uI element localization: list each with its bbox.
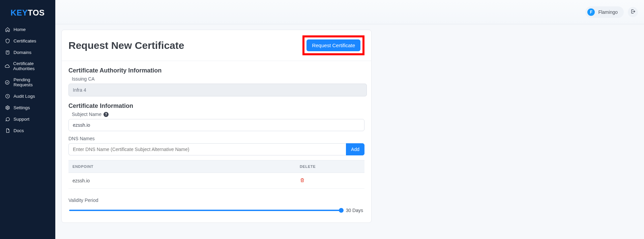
chat-icon — [5, 116, 10, 122]
sidebar-item-home[interactable]: Home — [0, 24, 55, 35]
logout-button[interactable] — [628, 7, 638, 17]
check-circle-icon — [5, 80, 10, 85]
logout-icon — [630, 9, 636, 16]
page-title: Request New Certificate — [68, 40, 184, 51]
dns-table: ENDPOINT DELETE ezssh.io — [68, 160, 364, 189]
sidebar-item-label: Settings — [13, 105, 30, 110]
sidebar-item-domains[interactable]: Domains — [0, 47, 55, 58]
main-column: F Flamingo Request New Certificate Reque… — [55, 0, 644, 239]
card-header: Request New Certificate Request Certific… — [62, 30, 371, 61]
dns-input[interactable] — [68, 143, 346, 155]
help-icon[interactable]: ? — [104, 112, 109, 117]
topbar: F Flamingo — [55, 0, 644, 24]
dns-label: DNS Names — [68, 136, 364, 141]
sidebar-item-cas[interactable]: Certificate Authorities — [0, 58, 55, 74]
request-button-highlight: Request Certificate — [302, 35, 364, 55]
brand-logo: KEYTOS — [0, 4, 55, 24]
svg-rect-1 — [7, 52, 8, 52]
sidebar-item-label: Home — [13, 27, 26, 32]
brand-right: TOS — [28, 8, 45, 18]
doc-icon — [5, 128, 10, 133]
content-area: Request New Certificate Request Certific… — [55, 24, 644, 230]
clock-icon — [5, 93, 10, 99]
svg-point-2 — [5, 80, 9, 84]
user-chip[interactable]: F Flamingo — [585, 6, 624, 18]
card-body: Certificate Authority Information Issuin… — [62, 61, 371, 222]
sidebar-item-support[interactable]: Support — [0, 113, 55, 125]
svg-rect-0 — [6, 51, 9, 54]
subject-label: Subject Name — [72, 112, 101, 117]
ca-section-title: Certificate Authority Information — [68, 67, 364, 74]
validity-label: Validity Period — [68, 198, 364, 203]
trash-icon — [300, 179, 305, 184]
issuing-ca-field — [68, 84, 367, 96]
domain-icon — [5, 50, 10, 55]
sidebar-item-label: Certificate Authorities — [13, 61, 51, 71]
td-endpoint: ezssh.io — [72, 178, 300, 183]
brand-left: KEY — [10, 8, 28, 18]
sidebar-item-label: Certificates — [13, 38, 36, 43]
validity-section: Validity Period 30 Days — [68, 198, 364, 213]
sidebar-item-audit-logs[interactable]: Audit Logs — [0, 90, 55, 102]
sidebar-item-label: Docs — [13, 128, 24, 133]
table-row: ezssh.io — [68, 173, 364, 189]
dns-input-row: Add — [68, 143, 364, 155]
th-delete: DELETE — [300, 165, 360, 169]
sidebar-item-certificates[interactable]: Certificates — [0, 35, 55, 47]
validity-slider[interactable] — [69, 210, 341, 211]
sidebar-nav: Home Certificates Domains Certificate Au… — [0, 24, 55, 136]
sidebar-item-settings[interactable]: Settings — [0, 102, 55, 113]
issuing-ca-label: Issuing CA — [72, 76, 364, 82]
table-head: ENDPOINT DELETE — [68, 160, 364, 173]
home-icon — [5, 27, 10, 32]
request-certificate-button[interactable]: Request Certificate — [306, 39, 360, 51]
th-endpoint: ENDPOINT — [72, 165, 300, 169]
sidebar-item-label: Pending Requests — [13, 77, 51, 87]
avatar: F — [587, 8, 595, 16]
add-dns-button[interactable]: Add — [346, 143, 364, 155]
validity-slider-wrap: 30 Days — [68, 208, 364, 213]
cloud-icon — [5, 63, 10, 69]
user-name: Flamingo — [598, 9, 618, 15]
delete-row-button[interactable] — [300, 178, 305, 184]
validity-value: 30 Days — [346, 208, 363, 213]
svg-point-4 — [7, 107, 8, 108]
request-card: Request New Certificate Request Certific… — [61, 30, 372, 223]
sidebar-item-label: Audit Logs — [13, 94, 35, 99]
subject-label-row: Subject Name ? — [72, 112, 364, 117]
cert-info-title: Certificate Information — [68, 102, 364, 110]
gear-icon — [5, 105, 10, 110]
certificate-icon — [5, 38, 10, 43]
sidebar-item-label: Domains — [13, 50, 31, 55]
subject-input[interactable] — [68, 119, 364, 131]
sidebar-item-pending[interactable]: Pending Requests — [0, 74, 55, 90]
slider-thumb-icon[interactable] — [339, 208, 344, 213]
sidebar-item-docs[interactable]: Docs — [0, 125, 55, 136]
sidebar: KEYTOS Home Certificates Domains Certifi… — [0, 0, 55, 239]
sidebar-item-label: Support — [13, 117, 29, 122]
